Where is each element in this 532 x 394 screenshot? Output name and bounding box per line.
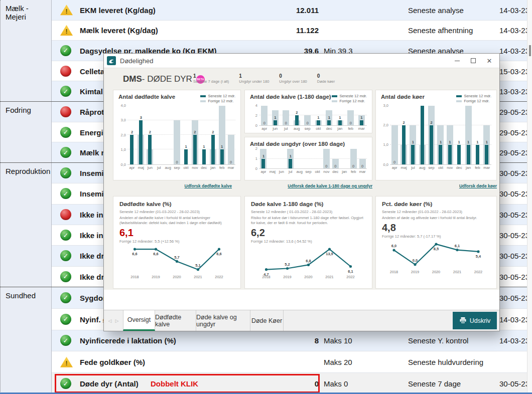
y-axis: 024 xyxy=(249,106,259,126)
tab-dode-koer[interactable]: Døde Køer xyxy=(250,310,284,331)
bar-slot: 0 xyxy=(281,106,292,125)
close-button[interactable]: ✕ xyxy=(481,54,497,68)
x-tick-label: nov xyxy=(445,165,454,170)
category-label-cell: Mælk - Mejeri xyxy=(0,0,52,101)
explore-dead-cows-link[interactable]: Udforsk døde køer xyxy=(375,183,497,188)
bar-slot: 1 xyxy=(270,106,281,125)
svg-text:2018: 2018 xyxy=(262,275,270,279)
panel-previous-value: Forrige 12 måneder: 5,7 (-17.17 %) xyxy=(382,234,490,239)
panel-subtitle: Seneste 12 måneder ( 01-03-2022 - 28-02-… xyxy=(251,210,366,214)
seneste-bar xyxy=(220,149,224,164)
panel-current-value: 4,8 xyxy=(382,222,490,234)
svg-text:8,5: 8,5 xyxy=(434,247,439,251)
table-row[interactable]: !Mælk leveret (Kg/dag)11.122Seneste afhe… xyxy=(52,21,532,41)
x-tick-label: maj xyxy=(137,165,146,170)
x-axis-labels: aprmajjulaugsepoktnovdecjanfebmar xyxy=(376,165,496,170)
tab-scroll-left-icon[interactable]: ◁ xyxy=(108,318,112,323)
print-button[interactable]: Udskriv xyxy=(453,312,497,329)
x-tick-label: feb xyxy=(217,165,226,170)
x-tick-label: maj xyxy=(268,169,277,174)
legend-seneste: Seneste 12 mdr. xyxy=(456,94,491,99)
bar-slot: 1 xyxy=(473,106,482,164)
x-tick-label: feb xyxy=(473,165,482,170)
tab-scroll-right-icon[interactable]: ▷ xyxy=(115,318,119,323)
bar-slot: 1 xyxy=(217,106,226,164)
bar-slot: 2 xyxy=(208,106,217,164)
stat-label: Døde køer xyxy=(317,79,335,84)
ok-status-icon: ✓ xyxy=(60,250,71,261)
dialog-title: Dødelighed xyxy=(120,57,449,65)
metric-label: Mælk n xyxy=(80,148,106,157)
tab-oversigt[interactable]: Oversigt xyxy=(123,310,155,331)
svg-text:13,9: 13,9 xyxy=(326,252,333,256)
seneste-bar xyxy=(148,135,152,164)
explore-dead-calves-link[interactable]: Udforsk døde kalve 1-180 dage og ungdyr xyxy=(244,183,372,188)
metric-label: Ikke ins xyxy=(80,210,107,219)
panel-description: Andelen af dødfødte kalve i forhold til … xyxy=(119,216,234,226)
chart-title: Antal dødfødte kalve xyxy=(118,94,175,100)
x-tick-label: mar xyxy=(226,165,235,170)
scrollbar-thumb[interactable] xyxy=(529,45,531,56)
x-tick-label: apr xyxy=(390,165,399,170)
x-tick-label: aug xyxy=(295,169,304,174)
tab-dode-kalve-og-ungdyr[interactable]: Døde kalve og ungdyr xyxy=(196,310,250,331)
x-tick-label: dec xyxy=(331,169,340,174)
metric-value: 8 xyxy=(242,336,319,345)
bar-slot xyxy=(268,149,277,168)
maximize-button[interactable] xyxy=(465,54,481,68)
metric-label: Kimtal ( xyxy=(80,87,107,96)
bar-zero-label: 0 xyxy=(349,164,358,168)
chart-header: Antal døde køerSeneste 12 mdr.Forrige 12… xyxy=(376,90,496,104)
ok-status-icon: ✓ xyxy=(60,292,71,303)
metric-date: 14-03-23 xyxy=(484,26,529,35)
x-tick-label: feb xyxy=(349,169,358,174)
legend-label: Forrige 12 mdr. xyxy=(208,99,233,104)
trend-panel: Døde kalve 1-180 dage (%)Seneste 12 måne… xyxy=(245,196,372,282)
x-tick-label: okt xyxy=(313,126,324,131)
bar-slot: 0 xyxy=(331,149,340,168)
table-row[interactable]: !EKM leveret (Kg/dag)12.011Seneste analy… xyxy=(52,0,532,21)
ok-status-icon: ✓ xyxy=(60,314,71,325)
category-label-cell: Fodring xyxy=(0,102,52,162)
svg-text:2022: 2022 xyxy=(346,275,354,279)
bar-zero-label: 0 xyxy=(281,121,292,125)
mortality-dialog: Dødelighed ✕ DMS - DØDE DYR BETA 1 Senes… xyxy=(104,54,499,331)
table-row[interactable]: ✓Døde dyr (Antal)Dobbelt KLIK0Maks 0Sene… xyxy=(52,373,532,394)
svg-text:6,6: 6,6 xyxy=(132,252,137,256)
seneste-bar xyxy=(317,120,320,125)
metric-label: Nyinficerede i laktation (%) xyxy=(80,336,176,345)
vertical-scrollbar[interactable] xyxy=(527,0,532,394)
bar-slot: 0 xyxy=(349,149,358,168)
panel-title: Pct. døde køer (%) xyxy=(382,201,490,207)
ok-status-icon: ✓ xyxy=(60,167,71,178)
report-title: - DØDE DYR xyxy=(142,74,192,84)
bad-status-icon xyxy=(60,209,71,220)
svg-text:2021: 2021 xyxy=(194,275,202,279)
x-tick-label: mar xyxy=(482,165,491,170)
tab-dodfodte-kalve[interactable]: Dødfødte kalve xyxy=(155,310,196,331)
x-tick-label: apr xyxy=(259,169,268,174)
warning-status-icon: ! xyxy=(60,25,73,36)
dialog-titlebar[interactable]: Dødelighed ✕ xyxy=(104,54,499,68)
svg-text:2020: 2020 xyxy=(304,275,312,279)
minimize-button[interactable] xyxy=(449,54,465,68)
explore-stillborn-link[interactable]: Udforsk dødfødte kalve xyxy=(113,183,232,188)
legend-label: Seneste 12 mdr. xyxy=(208,94,235,99)
table-row[interactable]: ✓Nyinficerede i laktation (%)8Maks 10Sen… xyxy=(52,330,532,352)
y-tick-label: 2,0 xyxy=(383,123,388,127)
table-row[interactable]: !Fede goldkøer (%)Maks 20Seneste huldvur… xyxy=(52,351,532,373)
maximize-icon xyxy=(471,58,476,63)
bar-slot: 1 xyxy=(356,106,367,125)
y-tick-label: 2,0 xyxy=(121,133,126,137)
legend-seneste: Seneste 12 mdr. xyxy=(200,94,235,99)
svg-text:2021: 2021 xyxy=(325,275,333,279)
stat-dead-cows: 0 Døde køer xyxy=(317,73,335,84)
seneste-bar xyxy=(360,120,363,125)
bar-slot: 1 xyxy=(199,106,208,164)
legend-seneste: Seneste 12 mdr. xyxy=(332,94,367,99)
seneste-bar xyxy=(421,106,424,164)
seneste-bar xyxy=(485,145,488,164)
bar-zero-label: 0 xyxy=(226,160,235,164)
bar-slot: 0 xyxy=(358,149,367,168)
bar-value-label: 1 xyxy=(353,115,367,120)
